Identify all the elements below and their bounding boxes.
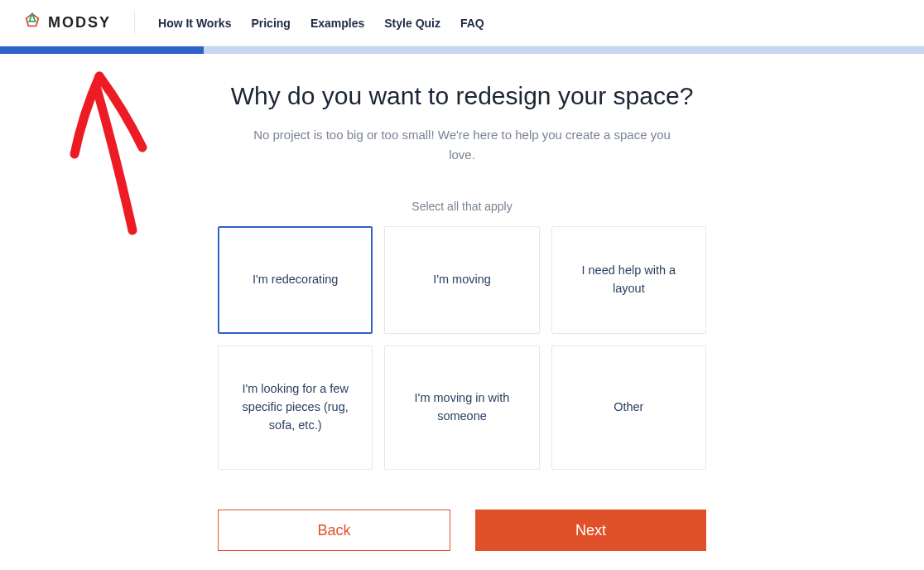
progress-fill xyxy=(0,46,204,54)
option-label: I'm moving in with someone xyxy=(400,389,523,426)
back-button[interactable]: Back xyxy=(218,510,450,551)
progress-bar xyxy=(0,46,924,54)
nav-faq[interactable]: FAQ xyxy=(460,17,484,30)
nav-pricing[interactable]: Pricing xyxy=(251,17,290,30)
header-divider xyxy=(134,12,135,35)
option-label: I'm looking for a few specific pieces (r… xyxy=(233,380,357,434)
options-grid: I'm redecorating I'm moving I need help … xyxy=(218,226,706,470)
option-moving[interactable]: I'm moving xyxy=(384,226,539,334)
logo-icon xyxy=(23,12,41,34)
primary-nav: How It Works Pricing Examples Style Quiz… xyxy=(158,17,484,30)
nav-examples[interactable]: Examples xyxy=(310,17,364,30)
option-moving-in-with-someone[interactable]: I'm moving in with someone xyxy=(384,345,539,470)
option-specific-pieces[interactable]: I'm looking for a few specific pieces (r… xyxy=(218,345,373,470)
page-title: Why do you want to redesign your space? xyxy=(0,82,924,110)
page-subtitle: No project is too big or too small! We'r… xyxy=(247,125,677,165)
option-label: Other xyxy=(614,399,643,417)
nav-how-it-works[interactable]: How It Works xyxy=(158,17,231,30)
option-label: I'm moving xyxy=(433,271,491,289)
next-button[interactable]: Next xyxy=(475,510,706,551)
option-other[interactable]: Other xyxy=(551,345,706,470)
step-actions: Back Next xyxy=(218,510,706,551)
nav-style-quiz[interactable]: Style Quiz xyxy=(384,17,440,30)
quiz-step: Why do you want to redesign your space? … xyxy=(0,54,924,551)
brand-logo[interactable]: MODSY xyxy=(23,12,111,34)
option-label: I'm redecorating xyxy=(253,271,339,289)
header: MODSY How It Works Pricing Examples Styl… xyxy=(0,0,924,46)
option-layout-help[interactable]: I need help with a layout xyxy=(551,226,706,334)
brand-name: MODSY xyxy=(48,14,111,31)
option-redecorating[interactable]: I'm redecorating xyxy=(218,226,373,334)
select-hint: Select all that apply xyxy=(0,200,924,213)
option-label: I need help with a layout xyxy=(567,262,691,298)
